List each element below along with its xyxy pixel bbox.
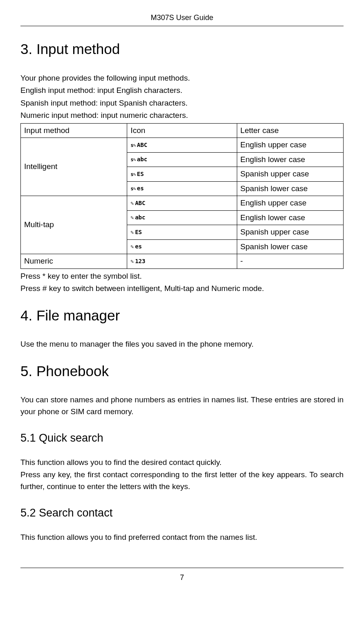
icon-cell: es [127, 239, 237, 254]
header-divider [20, 26, 344, 26]
pencil-icon [130, 142, 137, 148]
table-row: Numeric 123 - [21, 254, 344, 269]
icon-cell: ES [127, 225, 237, 240]
case-cell: Spanish upper case [237, 225, 343, 240]
icon-text: 123 [135, 258, 145, 264]
section-4-body: Use the menu to manager the files you sa… [20, 338, 344, 350]
icon-cell: abc [127, 152, 237, 167]
method-multitap: Multi-tap [21, 196, 127, 254]
input-method-table: Input method Icon Letter case Intelligen… [20, 123, 344, 269]
case-cell: English lower case [237, 152, 343, 167]
pencil-icon [130, 171, 137, 177]
case-cell: English upper case [237, 196, 343, 211]
case-cell: English lower case [237, 210, 343, 225]
pencil-icon [130, 229, 135, 235]
pencil-icon [130, 214, 135, 221]
icon-cell: es [127, 181, 237, 196]
section-3-heading: 3. Input method [20, 38, 344, 60]
icon-text: ES [135, 229, 142, 235]
case-cell: - [237, 254, 343, 269]
pencil-icon [130, 200, 135, 206]
case-cell: Spanish lower case [237, 181, 343, 196]
section-3-intro-1: Your phone provides the following input … [20, 72, 344, 84]
icon-text: ES [137, 171, 144, 177]
section-5-1-p2: Press any key, the first contact corresp… [20, 469, 344, 492]
section-5-2-p1: This function allows you to find preferr… [20, 532, 344, 544]
table-header-row: Input method Icon Letter case [21, 123, 344, 138]
doc-header-title: M307S User Guide [20, 12, 344, 23]
table-row: Multi-tap ABC English upper case [21, 196, 344, 211]
table-header-icon: Icon [127, 123, 237, 138]
icon-text: abc [135, 214, 145, 221]
icon-cell: abc [127, 210, 237, 225]
section-5-1-p1: This function allows you to find the des… [20, 457, 344, 469]
section-5-heading: 5. Phonebook [20, 361, 344, 382]
footer-divider [20, 568, 344, 568]
section-3-intro-3: Spanish input method: input Spanish char… [20, 97, 344, 109]
icon-text: es [137, 185, 144, 192]
section-3-after-2: Press # key to switch between intelligen… [20, 283, 344, 295]
method-intelligent: Intelligent [21, 138, 127, 196]
section-5-2-heading: 5.2 Search contact [20, 505, 344, 521]
pencil-icon [130, 156, 137, 162]
section-3-intro-2: English input method: input English char… [20, 85, 344, 97]
section-3-intro-4: Numeric input method: input numeric char… [20, 110, 344, 122]
icon-cell: ABC [127, 138, 237, 153]
table-header-case: Letter case [237, 123, 343, 138]
method-numeric: Numeric [21, 254, 127, 269]
table-row: Intelligent ABC English upper case [21, 138, 344, 153]
case-cell: Spanish lower case [237, 239, 343, 254]
section-5-1-heading: 5.1 Quick search [20, 430, 344, 447]
section-3-after-1: Press * key to enter the symbol list. [20, 271, 344, 282]
page-number: 7 [20, 572, 344, 583]
icon-cell: ABC [127, 196, 237, 211]
pencil-icon [130, 243, 135, 250]
pencil-icon [130, 185, 137, 192]
table-header-method: Input method [21, 123, 127, 138]
section-4-heading: 4. File manager [20, 305, 344, 327]
pencil-icon [130, 258, 135, 264]
icon-text: abc [137, 156, 147, 162]
case-cell: Spanish upper case [237, 167, 343, 182]
icon-text: ABC [137, 142, 147, 148]
icon-text: ABC [135, 200, 145, 206]
case-cell: English upper case [237, 138, 343, 153]
icon-cell: ES [127, 167, 237, 182]
icon-cell: 123 [127, 254, 237, 269]
icon-text: es [135, 243, 142, 250]
section-5-body: You can store names and phone numbers as… [20, 394, 344, 417]
